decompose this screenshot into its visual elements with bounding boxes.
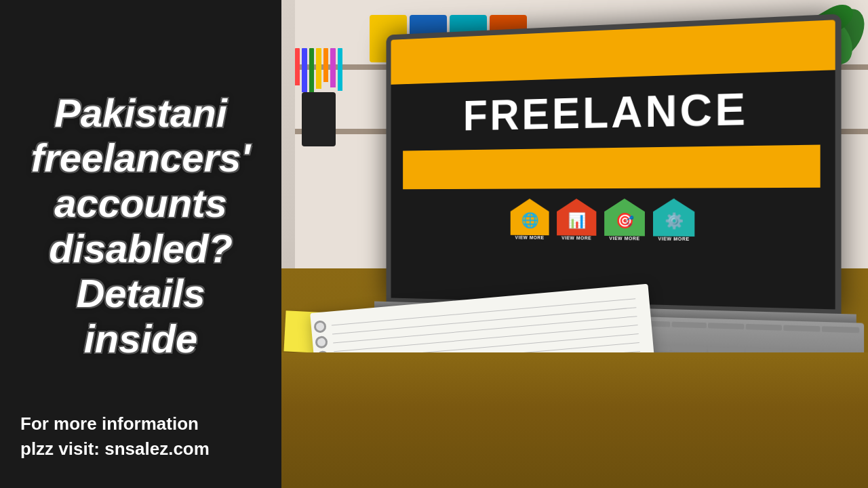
laptop-screen-content: FREELANCE 🌐 VIEW MORE — [391, 20, 835, 309]
screen-icon-4: ⚙️ VIEW MORE — [653, 199, 694, 241]
key — [708, 323, 744, 329]
gear-icon: ⚙️ — [665, 212, 684, 230]
cup-body — [302, 92, 336, 146]
screen-icon-2: 📊 VIEW MORE — [557, 199, 596, 241]
footer-info: For more information plzz visit: snsalez… — [20, 411, 261, 461]
pencil-blue — [302, 48, 307, 92]
footer-line1: For more information — [20, 411, 261, 436]
desk-scene: FREELANCE 🌐 VIEW MORE — [281, 0, 868, 488]
key — [672, 322, 707, 329]
pencils — [295, 48, 342, 96]
key — [745, 324, 782, 331]
icon-house-orange: 🌐 — [511, 199, 549, 235]
key — [783, 325, 821, 332]
laptop-screen: FREELANCE 🌐 VIEW MORE — [387, 14, 842, 315]
spiral-loop — [315, 336, 328, 349]
pencil-orange — [323, 48, 328, 82]
pencil-yellow — [316, 48, 321, 89]
pencil-red — [295, 48, 300, 85]
icon-2-label: VIEW MORE — [561, 235, 591, 240]
icon-4-label: VIEW MORE — [658, 237, 689, 242]
screen-icon-3: 🎯 VIEW MORE — [604, 199, 645, 241]
target-icon: 🎯 — [615, 212, 633, 230]
screen-headline: FREELANCE — [463, 83, 749, 140]
screen-icons-row: 🌐 VIEW MORE 📊 VIEW MORE — [511, 199, 695, 241]
chart-icon: 📊 — [568, 211, 585, 229]
footer-line2: plzz visit: snsalez.com — [20, 436, 261, 461]
key — [672, 346, 707, 352]
right-panel: FREELANCE 🌐 VIEW MORE — [281, 0, 868, 488]
globe-icon: 🌐 — [521, 211, 538, 229]
left-panel: Pakistani freelancers' accounts disabled… — [0, 0, 281, 488]
main-title: Pakistani freelancers' accounts disabled… — [20, 91, 261, 362]
pencil-green — [309, 48, 314, 96]
desk-surface — [281, 352, 868, 488]
icon-3-label: VIEW MORE — [609, 236, 639, 241]
screen-middle: FREELANCE 🌐 VIEW MORE — [391, 70, 835, 253]
pencil-cup — [295, 58, 342, 146]
spiral-loop — [313, 320, 327, 333]
screen-yellow-bar — [403, 145, 820, 190]
icon-house-green: 🎯 — [604, 199, 645, 236]
screen-icon-1: 🌐 VIEW MORE — [511, 199, 549, 240]
icon-1-label: VIEW MORE — [515, 235, 545, 240]
icon-house-red: 📊 — [557, 199, 596, 236]
pencil-cyan — [338, 48, 342, 91]
pencil-purple — [330, 48, 335, 87]
key — [822, 326, 860, 333]
icon-house-teal: ⚙️ — [653, 199, 694, 237]
